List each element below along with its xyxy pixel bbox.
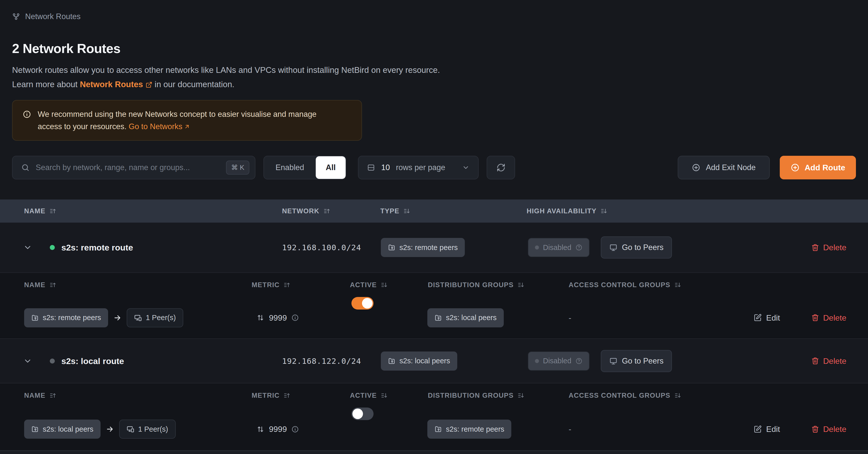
peer-group-icon xyxy=(31,314,39,322)
edit-peer-route-button[interactable]: Edit xyxy=(754,425,780,434)
subtable-header: NAME METRIC ACTIVE DISTRIBUTION GROUPS A… xyxy=(0,273,868,297)
edit-pencil-icon xyxy=(754,314,762,322)
refresh-button[interactable] xyxy=(487,156,515,180)
sort-asc-icon xyxy=(323,208,330,215)
subcolumn-header-name[interactable]: NAME xyxy=(24,392,56,399)
active-toggle[interactable] xyxy=(351,297,374,310)
sort-desc-icon xyxy=(518,282,524,288)
route-status-dot xyxy=(50,359,55,363)
peer-count-badge[interactable]: 1 Peer(s) xyxy=(127,308,183,327)
peer-group-icon xyxy=(388,357,395,365)
filter-segmented-control: Enabled All xyxy=(264,156,346,180)
page-title: 2 Network Routes xyxy=(12,41,868,56)
route-row-local: s2s: local route 192.168.122.0/24 s2s: l… xyxy=(0,338,868,383)
filter-tab-all[interactable]: All xyxy=(316,156,346,179)
trash-icon xyxy=(811,244,819,252)
delete-route-button[interactable]: Delete xyxy=(811,356,847,365)
route-status-dot xyxy=(50,245,55,250)
sort-desc-icon xyxy=(381,392,388,399)
trash-icon xyxy=(811,425,819,433)
column-header-high-availability[interactable]: HIGH AVAILABILITY xyxy=(527,207,607,215)
route-type-badge: s2s: remote peers xyxy=(381,238,465,257)
trash-icon xyxy=(811,357,819,365)
sort-desc-icon xyxy=(403,208,410,215)
delete-peer-route-button[interactable]: Delete xyxy=(811,425,847,434)
peer-count-badge[interactable]: 1 Peer(s) xyxy=(119,420,176,439)
monitor-icon xyxy=(609,357,617,365)
search-icon xyxy=(21,163,30,172)
sort-desc-icon xyxy=(600,208,607,215)
add-exit-node-button[interactable]: Add Exit Node xyxy=(678,156,770,180)
monitor-icon xyxy=(609,244,617,252)
edit-peer-route-button[interactable]: Edit xyxy=(754,313,780,322)
delete-route-button[interactable]: Delete xyxy=(811,243,847,252)
route-subtable-remote: NAME METRIC ACTIVE DISTRIBUTION GROUPS A… xyxy=(0,272,868,338)
column-header-name[interactable]: NAME xyxy=(24,207,56,215)
search-box[interactable]: ⌘ K xyxy=(12,156,255,180)
sort-asc-icon xyxy=(50,392,56,399)
subcolumn-header-distribution-groups[interactable]: DISTRIBUTION GROUPS xyxy=(428,392,524,399)
delete-peer-route-button[interactable]: Delete xyxy=(811,313,847,322)
learn-more-suffix: in our documentation. xyxy=(155,79,234,89)
monitor-smartphone-icon xyxy=(134,314,142,322)
breadcrumb[interactable]: Network Routes xyxy=(12,12,868,21)
row-expander-chevron[interactable] xyxy=(22,356,33,366)
column-header-type[interactable]: TYPE xyxy=(380,207,410,215)
networks-recommendation-banner: We recommend using the new Networks conc… xyxy=(12,100,362,141)
toggle-knob xyxy=(352,409,363,419)
subcolumn-header-access-control-groups[interactable]: ACCESS CONTROL GROUPS xyxy=(568,281,681,289)
add-route-button[interactable]: Add Route xyxy=(780,156,856,180)
subcolumn-header-name[interactable]: NAME xyxy=(24,281,56,289)
sort-desc-icon xyxy=(675,392,681,399)
route-network-range: 192.168.122.0/24 xyxy=(282,357,361,365)
sort-asc-icon xyxy=(284,282,290,288)
go-to-networks-link[interactable]: Go to Networks xyxy=(129,120,190,133)
go-to-peers-button[interactable]: Go to Peers xyxy=(601,350,672,372)
rows-per-page-label: rows per page xyxy=(396,163,445,172)
chevron-down-icon xyxy=(462,164,470,171)
filter-tab-enabled[interactable]: Enabled xyxy=(264,156,316,179)
arrow-right-icon xyxy=(105,425,114,433)
column-header-network[interactable]: NETWORK xyxy=(282,207,330,215)
external-link-icon xyxy=(146,82,152,88)
status-dot xyxy=(535,359,539,363)
refresh-icon xyxy=(496,163,505,172)
metric-cell: 9999 xyxy=(256,425,299,434)
sort-asc-icon xyxy=(50,208,56,215)
route-subtable-local: NAME METRIC ACTIVE DISTRIBUTION GROUPS A… xyxy=(0,383,868,451)
peer-group-badge: s2s: local peers xyxy=(24,420,100,439)
subcolumn-header-active[interactable]: ACTIVE xyxy=(350,281,388,289)
plus-circle-icon xyxy=(790,163,800,172)
metric-value: 9999 xyxy=(269,425,287,434)
subcolumn-header-active[interactable]: ACTIVE xyxy=(350,392,388,399)
subcolumn-header-distribution-groups[interactable]: DISTRIBUTION GROUPS xyxy=(428,281,524,289)
monitor-smartphone-icon xyxy=(127,425,134,433)
subcolumn-header-metric[interactable]: METRIC xyxy=(252,281,290,289)
subcolumn-header-metric[interactable]: METRIC xyxy=(252,392,290,399)
breadcrumb-label: Network Routes xyxy=(25,12,81,21)
subcolumn-header-access-control-groups[interactable]: ACCESS CONTROL GROUPS xyxy=(568,392,681,399)
rows-per-page-select[interactable]: 10 rows per page xyxy=(358,156,478,180)
routes-table-header: NAME NETWORK TYPE HIGH AVAILABILITY xyxy=(0,199,868,223)
route-name: s2s: remote route xyxy=(61,243,133,253)
route-type-badge: s2s: local peers xyxy=(381,352,457,370)
row-expander-chevron[interactable] xyxy=(22,242,33,253)
info-circle-icon xyxy=(291,425,299,433)
route-name: s2s: local route xyxy=(61,356,124,366)
info-icon xyxy=(23,110,31,119)
ha-status-badge: Disabled xyxy=(528,352,589,370)
active-toggle[interactable] xyxy=(351,408,374,420)
arrow-right-icon xyxy=(113,314,122,322)
search-input[interactable] xyxy=(36,163,220,172)
access-control-groups-value: - xyxy=(568,425,571,434)
docs-link[interactable]: Network Routes xyxy=(80,77,152,92)
sort-desc-icon xyxy=(675,282,681,288)
metric-cell: 9999 xyxy=(256,313,299,322)
learn-more-prefix: Learn more about xyxy=(12,79,78,89)
sort-asc-icon xyxy=(284,392,290,399)
peer-group-icon xyxy=(388,244,395,251)
page-description: Network routes allow you to access other… xyxy=(12,63,868,92)
toggle-knob xyxy=(362,298,373,309)
edit-pencil-icon xyxy=(754,425,762,433)
go-to-peers-button[interactable]: Go to Peers xyxy=(601,236,672,259)
